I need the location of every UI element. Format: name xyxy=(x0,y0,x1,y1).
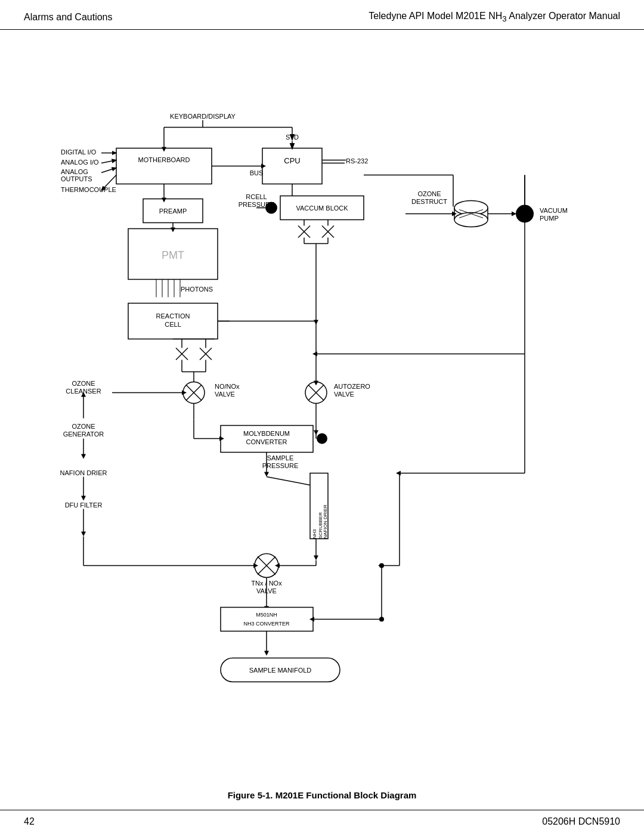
svg-text:VALVE: VALVE xyxy=(215,391,235,398)
molybdenum-circle xyxy=(317,433,327,444)
molybdenum-converter-label: MOLYBDENUM xyxy=(243,430,290,437)
svg-marker-54 xyxy=(512,212,516,216)
preamp-label: PREAMP xyxy=(159,208,187,215)
figure-caption: Figure 5-1. M201E Functional Block Diagr… xyxy=(0,790,644,800)
vaccum-block-label: VACCUM BLOCK xyxy=(296,205,348,212)
bus-label: BUS xyxy=(250,169,264,176)
keyboard-display-label: KEYBOARD/DISPLAY xyxy=(170,113,236,120)
svg-text:VALVE: VALVE xyxy=(334,391,354,398)
svg-marker-138 xyxy=(264,651,269,656)
footer-right: 05206H DCN5910 xyxy=(542,816,620,827)
svg-line-114 xyxy=(267,477,310,485)
rcell-pressure-label: RCELL xyxy=(246,193,267,200)
analog-io-label: ANALOG I/O xyxy=(61,159,99,166)
svg-text:PUMP: PUMP xyxy=(540,215,559,222)
photons-label: PHOTONS xyxy=(181,286,213,293)
svg-rect-135 xyxy=(221,608,313,631)
thermocouple-label: THERMOCOUPLE xyxy=(61,186,116,193)
diagram-container: MOTHERBOARD CPU STD BUS RS-232 KEYBOARD/… xyxy=(24,36,620,761)
svg-rect-1 xyxy=(262,148,322,184)
rs232-label: RS-232 xyxy=(346,157,368,165)
svg-marker-106 xyxy=(264,472,269,477)
svg-text:NAFION DRIER: NAFION DRIER xyxy=(323,504,328,539)
dfu-filter-label: DFU FILTER xyxy=(65,501,103,509)
autozero-valve-label: AUTOZERO xyxy=(334,383,370,390)
svg-text:PRESSURE: PRESSURE xyxy=(262,462,299,469)
nh3-scrubber-label: NH3 xyxy=(312,529,317,539)
svg-text:OUTPUTS: OUTPUTS xyxy=(61,175,92,182)
sample-pressure-label: SAMPLE xyxy=(267,454,294,462)
page-footer: 42 05206H DCN5910 xyxy=(0,810,644,833)
svg-marker-97 xyxy=(81,454,86,459)
analog-outputs-label: ANALOG xyxy=(61,168,88,175)
header-center: Teledyne API Model M201E NH3 Analyzer Op… xyxy=(369,11,620,23)
svg-marker-116 xyxy=(314,556,318,561)
svg-text:NH3 CONVERTER: NH3 CONVERTER xyxy=(244,621,290,627)
svg-marker-108 xyxy=(81,496,86,501)
svg-marker-134 xyxy=(396,471,401,476)
reaction-cell-label: REACTION xyxy=(156,312,190,320)
sample-manifold-label: SAMPLE MANIFOLD xyxy=(249,667,312,674)
cpu-label: CPU xyxy=(284,156,300,165)
svg-text:CONVERTER: CONVERTER xyxy=(246,438,287,445)
nafion-drier-label: NAFION DRIER xyxy=(60,469,107,476)
svg-point-48 xyxy=(454,213,488,227)
svg-text:DESTRUCT: DESTRUCT xyxy=(411,198,447,205)
page-header: Alarms and Cautions Teledyne API Model M… xyxy=(0,0,644,30)
footer-left: 42 xyxy=(24,816,35,827)
svg-rect-0 xyxy=(116,148,212,184)
ozone-destruct-label: OZONE xyxy=(417,190,441,197)
motherboard-label: MOTHERBOARD xyxy=(138,156,190,163)
svg-marker-110 xyxy=(81,532,86,537)
svg-text:CELL: CELL xyxy=(165,321,181,328)
pmt-label: PMT xyxy=(162,249,184,261)
svg-line-13 xyxy=(101,160,116,163)
header-left: Alarms and Cautions xyxy=(24,12,113,23)
m501nh-label: M501NH xyxy=(256,612,277,618)
digital-io-label: DIGITAL I/O xyxy=(61,148,97,156)
ozone-cleanser-label: OZONE xyxy=(72,380,95,387)
svg-marker-60 xyxy=(312,352,317,357)
nonox-valve-label: NO/NOx xyxy=(215,383,240,390)
svg-text:GENERATOR: GENERATOR xyxy=(63,431,104,438)
vacuum-pump-label: VACUUM xyxy=(540,207,568,214)
ozone-generator-label: OZONE xyxy=(72,423,95,430)
svg-line-15 xyxy=(101,168,116,173)
